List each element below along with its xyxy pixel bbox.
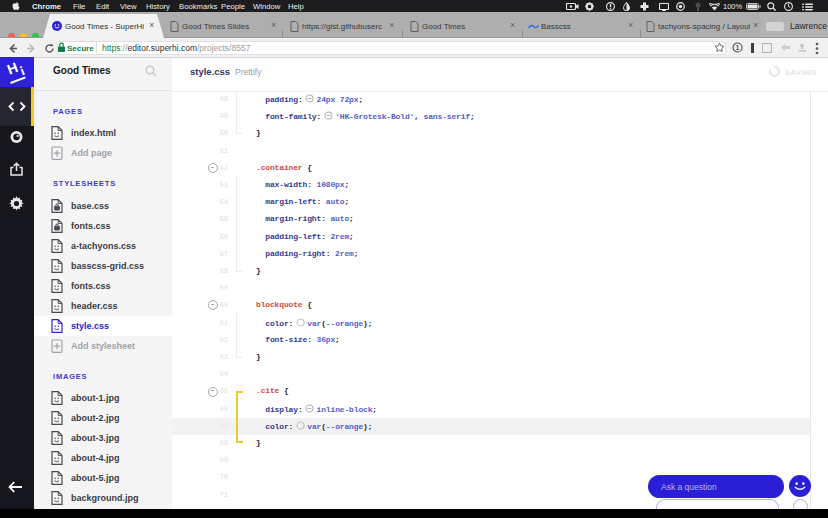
- svg-text:1: 1: [736, 44, 740, 51]
